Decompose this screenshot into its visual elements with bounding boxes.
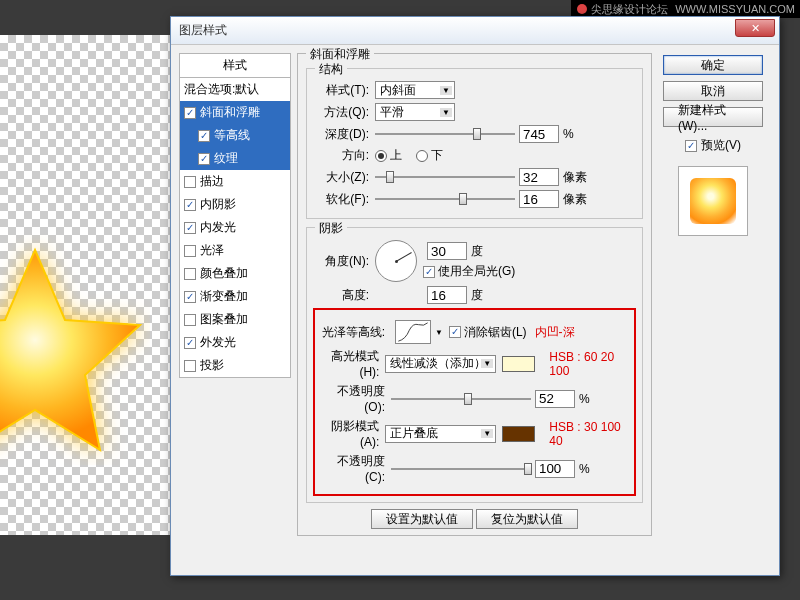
highlight-opacity-slider[interactable]: [391, 390, 531, 408]
preview-checkbox[interactable]: [685, 140, 697, 152]
contour-annotation: 内凹-深: [535, 324, 575, 341]
bevel-group: 斜面和浮雕 结构 样式(T):内斜面 方法(Q):平滑 深度(D):% 方向:上…: [297, 53, 652, 536]
style-gradient-overlay[interactable]: 渐变叠加: [180, 285, 290, 308]
checkbox-icon[interactable]: [198, 130, 210, 142]
angle-control[interactable]: [375, 240, 417, 282]
style-drop-shadow[interactable]: 投影: [180, 354, 290, 377]
preview-thumbnail: [690, 178, 736, 224]
style-color-overlay[interactable]: 颜色叠加: [180, 262, 290, 285]
watermark-text: 尖思缘设计论坛: [591, 2, 668, 17]
titlebar[interactable]: 图层样式 ✕: [171, 17, 779, 45]
checkbox-icon[interactable]: [184, 107, 196, 119]
highlight-opacity-input[interactable]: [535, 390, 575, 408]
reset-default-button[interactable]: 复位为默认值: [476, 509, 578, 529]
shadow-opacity-input[interactable]: [535, 460, 575, 478]
style-texture[interactable]: 纹理: [180, 147, 290, 170]
canvas-checkerboard: [0, 35, 170, 535]
styles-column: 样式 混合选项:默认 斜面和浮雕 等高线 纹理 描边 内阴影 内发光 光泽 颜色…: [179, 53, 291, 542]
size-label: 大小(Z):: [313, 169, 375, 186]
shadow-mode-select[interactable]: 正片叠底: [385, 425, 496, 443]
size-input[interactable]: [519, 168, 559, 186]
depth-slider[interactable]: [375, 125, 515, 143]
close-icon: ✕: [751, 22, 760, 35]
chevron-down-icon[interactable]: ▼: [435, 328, 443, 337]
annotation-box: 光泽等高线:▼消除锯齿(L)内凹-深 高光模式(H):线性减淡（添加）HSB :…: [313, 308, 636, 496]
style-inner-shadow[interactable]: 内阴影: [180, 193, 290, 216]
highlight-color-swatch[interactable]: [502, 356, 535, 372]
technique-label: 方法(Q):: [313, 104, 375, 121]
close-button[interactable]: ✕: [735, 19, 775, 37]
style-outer-glow[interactable]: 外发光: [180, 331, 290, 354]
layer-style-dialog: 图层样式 ✕ 样式 混合选项:默认 斜面和浮雕 等高线 纹理 描边 内阴影 内发…: [170, 16, 780, 576]
contour-picker[interactable]: [395, 320, 431, 344]
preview-label: 预览(V): [701, 137, 741, 154]
style-contour[interactable]: 等高线: [180, 124, 290, 147]
settings-column: 斜面和浮雕 结构 样式(T):内斜面 方法(Q):平滑 深度(D):% 方向:上…: [297, 53, 652, 542]
checkbox-icon[interactable]: [184, 314, 196, 326]
cancel-button[interactable]: 取消: [663, 81, 763, 101]
antialias-checkbox[interactable]: [449, 326, 461, 338]
make-default-button[interactable]: 设置为默认值: [371, 509, 473, 529]
structure-title: 结构: [315, 61, 347, 78]
depth-input[interactable]: [519, 125, 559, 143]
highlight-mode-select[interactable]: 线性减淡（添加）: [385, 355, 496, 373]
style-bevel-emboss[interactable]: 斜面和浮雕: [180, 101, 290, 124]
direction-label: 方向:: [313, 147, 375, 164]
ok-button[interactable]: 确定: [663, 55, 763, 75]
soften-label: 软化(F):: [313, 191, 375, 208]
soften-input[interactable]: [519, 190, 559, 208]
gloss-contour-label: 光泽等高线:: [319, 324, 391, 341]
angle-input[interactable]: [427, 242, 467, 260]
checkbox-icon[interactable]: [198, 153, 210, 165]
styles-header: 样式: [179, 53, 291, 78]
style-pattern-overlay[interactable]: 图案叠加: [180, 308, 290, 331]
direction-up-radio[interactable]: [375, 150, 387, 162]
shadow-opacity-slider[interactable]: [391, 460, 531, 478]
checkbox-icon[interactable]: [184, 268, 196, 280]
highlight-opacity-label: 不透明度(O):: [319, 383, 391, 414]
checkbox-icon[interactable]: [184, 291, 196, 303]
technique-select[interactable]: 平滑: [375, 103, 455, 121]
altitude-input[interactable]: [427, 286, 467, 304]
altitude-label: 高度:: [313, 287, 375, 304]
direction-down-radio[interactable]: [416, 150, 428, 162]
shading-subgroup: 阴影 角度(N):度使用全局光(G) 高度:度 光泽等高线:▼消除锯齿(L)内凹…: [306, 227, 643, 503]
shadow-opacity-label: 不透明度(C):: [319, 453, 391, 484]
flower-icon: [576, 3, 588, 15]
checkbox-icon[interactable]: [184, 337, 196, 349]
blending-options-item[interactable]: 混合选项:默认: [180, 78, 290, 101]
soften-slider[interactable]: [375, 190, 515, 208]
star-shape: [0, 235, 150, 465]
shadow-color-swatch[interactable]: [502, 426, 535, 442]
action-column: 确定 取消 新建样式(W)... 预览(V): [658, 53, 768, 542]
checkbox-icon[interactable]: [184, 360, 196, 372]
shading-title: 阴影: [315, 220, 347, 237]
dialog-title: 图层样式: [179, 22, 227, 39]
new-style-button[interactable]: 新建样式(W)...: [663, 107, 763, 127]
global-light-checkbox[interactable]: [423, 266, 435, 278]
style-inner-glow[interactable]: 内发光: [180, 216, 290, 239]
shadow-mode-label: 阴影模式(A):: [319, 418, 385, 449]
checkbox-icon[interactable]: [184, 199, 196, 211]
styles-list: 混合选项:默认 斜面和浮雕 等高线 纹理 描边 内阴影 内发光 光泽 颜色叠加 …: [179, 78, 291, 378]
angle-label: 角度(N):: [313, 253, 375, 270]
style-label: 样式(T):: [313, 82, 375, 99]
highlight-mode-label: 高光模式(H):: [319, 348, 385, 379]
highlight-hsb-annotation: HSB : 60 20 100: [549, 350, 630, 378]
style-stroke[interactable]: 描边: [180, 170, 290, 193]
checkbox-icon[interactable]: [184, 222, 196, 234]
shadow-hsb-annotation: HSB : 30 100 40: [549, 420, 630, 448]
style-select[interactable]: 内斜面: [375, 81, 455, 99]
preview-box: [678, 166, 748, 236]
depth-label: 深度(D):: [313, 126, 375, 143]
watermark-url: WWW.MISSYUAN.COM: [675, 3, 795, 15]
size-slider[interactable]: [375, 168, 515, 186]
checkbox-icon[interactable]: [184, 176, 196, 188]
checkbox-icon[interactable]: [184, 245, 196, 257]
structure-subgroup: 结构 样式(T):内斜面 方法(Q):平滑 深度(D):% 方向:上下 大小(Z…: [306, 68, 643, 219]
svg-point-0: [577, 4, 587, 14]
style-satin[interactable]: 光泽: [180, 239, 290, 262]
